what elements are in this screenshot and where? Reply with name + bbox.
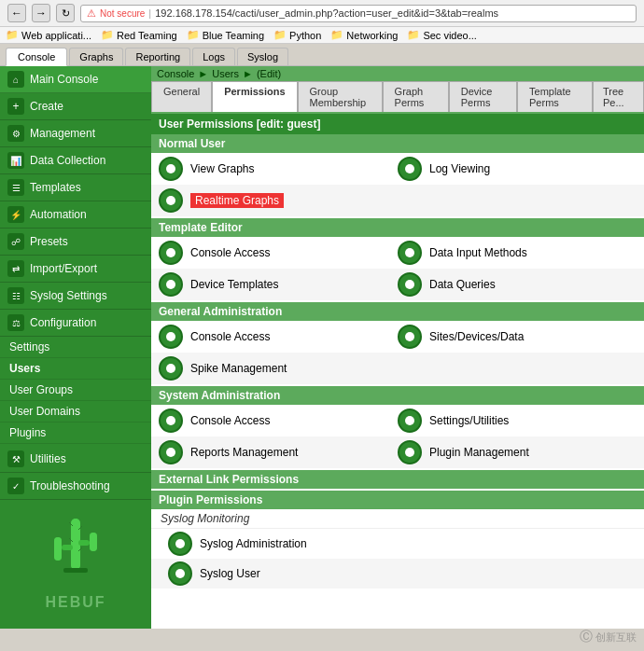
toggle-sa-console[interactable] (159, 409, 183, 433)
breadcrumb-users[interactable]: Users (212, 68, 239, 79)
tab-permissions[interactable]: Permissions (212, 81, 297, 114)
nav-forward[interactable]: → (32, 4, 50, 22)
security-icon: ⚠ (87, 7, 96, 20)
section-header-system-admin: System Administration (151, 386, 644, 405)
toggle-ga-console[interactable] (159, 325, 183, 349)
toggle-log-viewing[interactable] (398, 157, 422, 181)
toggle-spike[interactable] (159, 356, 183, 381)
tab-graph-perms[interactable]: Graph Perms (383, 81, 449, 112)
bookmark-web[interactable]: 📁 Web applicati... (6, 29, 91, 41)
tab-syslog[interactable]: Syslog (237, 48, 288, 65)
sidebar-item-templates[interactable]: ☰ Templates (0, 174, 151, 201)
hebuf-watermark: HEBUF (45, 594, 105, 611)
label-realtime-graphs: Realtime Graphs (190, 193, 284, 208)
toggle-syslog-user[interactable] (168, 561, 192, 586)
perm-row-view-graphs: View Graphs Log Viewing (151, 153, 644, 185)
perm-row-ga-2: Spike Management (151, 353, 644, 384)
import-export-icon: ⇄ (7, 260, 24, 277)
tab-template-perms[interactable]: Template Perms (517, 81, 593, 112)
toggle-syslog-admin[interactable] (168, 532, 192, 556)
nav-back[interactable]: ← (7, 4, 26, 22)
tab-general[interactable]: General (151, 81, 212, 112)
sidebar-plain-user-domains[interactable]: User Domains (0, 401, 151, 422)
breadcrumb-console[interactable]: Console (157, 68, 194, 79)
sidebar-item-presets[interactable]: ☍ Presets (0, 229, 151, 256)
toggle-data-queries[interactable] (398, 272, 422, 297)
bookmark-blue-teaming[interactable]: 📁 Blue Teaming (187, 29, 264, 41)
svg-rect-7 (78, 540, 90, 546)
sidebar-item-data-collection[interactable]: 📊 Data Collection (0, 147, 151, 174)
toggle-device-templates[interactable] (159, 272, 183, 297)
perm-row-syslog-admin: Syslog Administration (151, 529, 644, 559)
tab-reporting[interactable]: Reporting (125, 48, 190, 65)
security-label: Not secure (100, 8, 145, 19)
sidebar-item-management[interactable]: ⚙ Management (0, 120, 151, 147)
tab-tree-perms[interactable]: Tree Pe... (593, 81, 644, 112)
sidebar-item-create[interactable]: + Create (0, 93, 151, 120)
tab-graphs[interactable]: Graphs (69, 48, 123, 65)
toggle-data-input[interactable] (398, 241, 422, 265)
sidebar-item-configuration[interactable]: ⚖ Configuration (0, 310, 151, 337)
bookmark-red-teaming[interactable]: 📁 Red Teaming (101, 29, 177, 41)
perm-row-syslog-user: Syslog User (151, 559, 644, 589)
sidebar-item-troubleshooting[interactable]: ✓ Troubleshooting (0, 473, 151, 500)
troubleshooting-icon: ✓ (7, 478, 24, 494)
toggle-settings-util[interactable] (398, 409, 422, 433)
perm-row-sa-1: Console Access Settings/Utilities (151, 405, 644, 436)
tab-console[interactable]: Console (6, 48, 67, 66)
label-log-viewing: Log Viewing (429, 162, 490, 175)
section-general-admin: General Administration Console Access Si… (151, 302, 644, 384)
svg-rect-6 (62, 545, 73, 550)
folder-icon-5: 📁 (330, 29, 343, 41)
label-spike: Spike Management (190, 362, 287, 375)
svg-rect-12 (63, 568, 88, 573)
templates-icon: ☰ (7, 179, 24, 196)
bookmark-sec-video[interactable]: 📁 Sec video... (407, 29, 476, 41)
sidebar-plain-plugins[interactable]: Plugins (0, 422, 151, 444)
perm-row-te-1: Console Access Data Input Methods (151, 237, 644, 269)
automation-icon: ⚡ (7, 206, 24, 223)
toggle-reports[interactable] (159, 440, 183, 464)
tab-device-perms[interactable]: Device Perms (449, 81, 517, 112)
sidebar-item-utilities[interactable]: ⚒ Utilities (0, 446, 151, 473)
create-icon: + (7, 98, 24, 115)
sidebar-item-syslog-settings[interactable]: ☷ Syslog Settings (0, 283, 151, 310)
sidebar-plain-settings[interactable]: Settings (0, 337, 151, 358)
toggle-te-console[interactable] (159, 241, 183, 265)
sidebar-item-automation[interactable]: ⚡ Automation (0, 201, 151, 229)
section-normal-user: Normal User View Graphs Log Viewing (151, 134, 644, 216)
breadcrumb-edit: (Edit) (257, 68, 281, 79)
url-separator: | (148, 7, 151, 19)
bookmark-networking[interactable]: 📁 Networking (330, 29, 398, 41)
toggle-view-graphs[interactable] (159, 157, 183, 181)
perm-row-realtime-graphs: Realtime Graphs (151, 185, 644, 216)
perm-row-te-2: Device Templates Data Queries (151, 269, 644, 300)
toggle-inner-2 (405, 164, 414, 173)
folder-icon-4: 📁 (273, 29, 287, 41)
toggle-inner (166, 164, 175, 173)
sidebar-item-main-console[interactable]: ⌂ Main Console (0, 66, 151, 93)
section-header-normal-user: Normal User (151, 134, 644, 153)
perm-row-ga-1: Console Access Sites/Devices/Data (151, 321, 644, 353)
toggle-plugin-mgmt[interactable] (398, 440, 422, 464)
toggle-sites[interactable] (398, 325, 422, 349)
tab-logs[interactable]: Logs (192, 48, 235, 65)
folder-icon-6: 📁 (407, 29, 420, 41)
bookmark-python[interactable]: 📁 Python (273, 29, 321, 41)
tab-group-membership[interactable]: Group Membership (298, 81, 383, 112)
nav-reload[interactable]: ↻ (56, 4, 75, 22)
label-ga-console: Console Access (190, 330, 270, 343)
cactus-area: HEBUF (0, 500, 151, 629)
section-header-general-admin: General Administration (151, 302, 644, 321)
sidebar-plain-user-groups[interactable]: User Groups (0, 380, 151, 401)
section-header-plugin: Plugin Permissions (151, 491, 644, 509)
main-content: Console ► Users ► (Edit) General Permiss… (151, 66, 644, 629)
section-header-external: External Link Permissions (151, 470, 644, 489)
sidebar-item-import-export[interactable]: ⇄ Import/Export (0, 256, 151, 283)
address-bar[interactable]: ⚠ Not secure | 192.168.178.154/cacti/use… (80, 5, 637, 22)
sidebar-plain-users[interactable]: Users (0, 358, 151, 380)
breadcrumb-sep-1: ► (198, 68, 208, 79)
label-reports: Reports Management (190, 446, 298, 459)
toggle-realtime-graphs[interactable] (159, 188, 183, 213)
management-icon: ⚙ (7, 125, 24, 142)
